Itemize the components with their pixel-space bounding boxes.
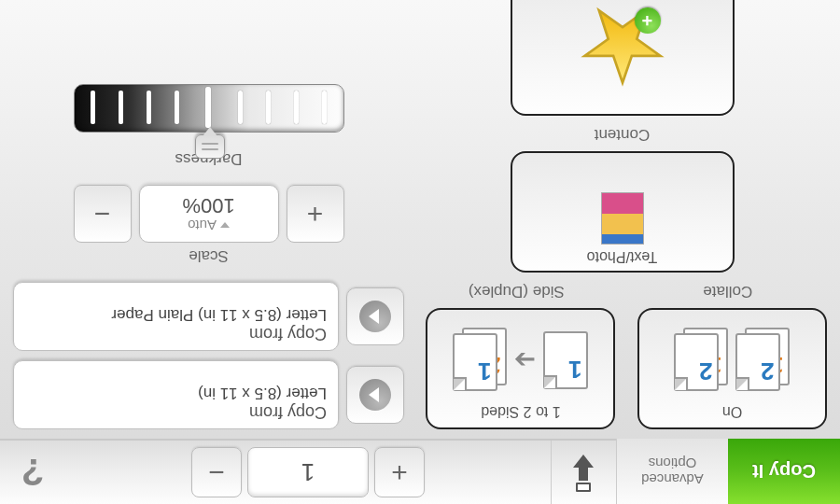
scale-label: Scale xyxy=(13,246,404,265)
advanced-line2: Options xyxy=(641,455,704,471)
save-shortcut-tile[interactable]: + xyxy=(511,0,735,116)
scale-percent: 100% xyxy=(182,194,234,218)
darkness-slider[interactable] xyxy=(74,84,344,133)
arrow-circle-icon xyxy=(359,379,391,411)
scale-auto-text: Auto xyxy=(188,218,217,234)
advanced-line1: Advanced xyxy=(641,471,704,487)
count-plus-button[interactable]: + xyxy=(374,447,425,497)
copy-count-group: + 1 − xyxy=(184,441,432,504)
collate-tile[interactable]: On 1 2 1 2 xyxy=(637,308,827,429)
copy-from-2-box[interactable]: Copy from Letter (8.5 x 11 in) Plain Pap… xyxy=(13,282,339,351)
right-pane: On 1 2 1 2 Collate 1 xyxy=(417,13,827,429)
left-pane: Copy from Letter (8.5 x 11 in) Copy from… xyxy=(13,13,404,429)
count-display[interactable]: 1 xyxy=(247,447,369,497)
content-value: Text/Photo xyxy=(520,248,725,265)
copy-from-1-title: Copy from xyxy=(25,402,327,422)
scale-minus-button[interactable]: − xyxy=(74,185,132,243)
svg-rect-2 xyxy=(580,468,589,481)
help-button[interactable]: ? xyxy=(0,441,65,504)
advanced-options-button[interactable]: Advanced Options xyxy=(616,439,728,504)
help-icon: ? xyxy=(21,452,44,494)
copy-it-button[interactable]: Copy It xyxy=(728,439,840,504)
collate-label: Collate xyxy=(629,282,828,301)
main-area: On 1 2 1 2 Collate 1 xyxy=(0,0,840,439)
copy-from-2-value: Letter (8.5 x 11 in) Plain Paper xyxy=(25,305,327,324)
duplex-tile[interactable]: 1 to 2 Sided 1 ➔ 2 1 xyxy=(427,308,616,429)
plus-badge-icon: + xyxy=(635,7,661,34)
download-icon xyxy=(568,453,600,492)
duplex-value: 1 to 2 Sided xyxy=(438,403,605,420)
arrow-circle-icon xyxy=(359,301,391,332)
copy-from-2-go-button[interactable] xyxy=(346,287,404,345)
collate-value: On xyxy=(649,403,816,420)
svg-marker-3 xyxy=(574,455,595,468)
scale-plus-button[interactable]: + xyxy=(287,185,344,243)
copy-from-row-1: Copy from Letter (8.5 x 11 in) xyxy=(13,360,404,429)
svg-rect-1 xyxy=(579,484,590,490)
count-minus-button[interactable]: − xyxy=(191,447,242,497)
top-bar: Copy It Advanced Options + 1 − ? xyxy=(0,439,840,504)
copy-from-1-value: Letter (8.5 x 11 in) xyxy=(25,384,327,402)
copy-from-row-2: Copy from Letter (8.5 x 11 in) Plain Pap… xyxy=(13,282,404,351)
darkness-handle[interactable] xyxy=(195,134,225,159)
chevron-down-icon xyxy=(220,222,230,228)
copy-from-1-box[interactable]: Copy from Letter (8.5 x 11 in) xyxy=(13,360,339,429)
scale-display[interactable]: Auto 100% xyxy=(139,185,279,243)
content-tile[interactable]: Text/Photo xyxy=(511,151,735,273)
content-label: Content xyxy=(417,125,827,144)
copy-from-2-title: Copy from xyxy=(25,324,327,343)
arrow-right-icon: ➔ xyxy=(515,345,537,376)
download-button[interactable] xyxy=(551,441,616,504)
duplex-label: Side (Duplex) xyxy=(417,282,616,301)
content-thumb-icon xyxy=(601,192,644,245)
copy-from-1-go-button[interactable] xyxy=(346,366,404,424)
